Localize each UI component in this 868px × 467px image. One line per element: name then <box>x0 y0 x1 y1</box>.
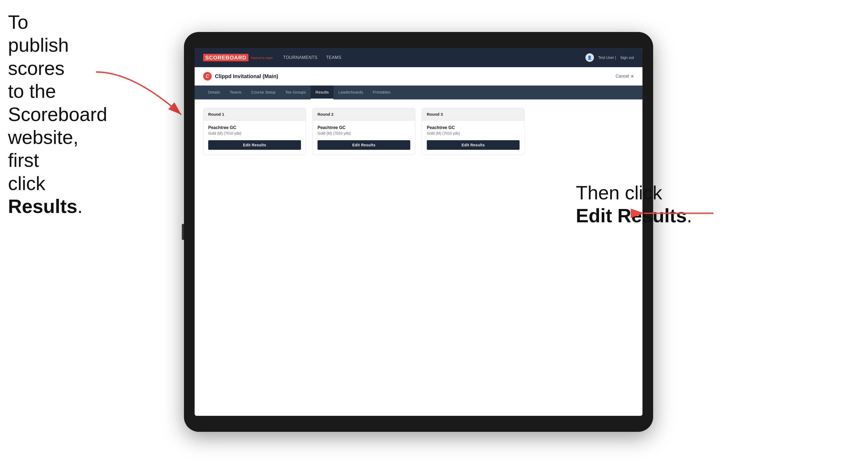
round-3-header: Round 3 <box>422 108 524 121</box>
tab-tee-groups[interactable]: Tee Groups <box>280 86 311 99</box>
sub-tabs: Details Teams Course Setup Tee Groups Re… <box>195 86 643 99</box>
round-1-body: Peachtree GC Gold (M) (7010 yds) Edit Re… <box>204 121 306 155</box>
nav-links: TOURNAMENTS TEAMS <box>283 55 585 60</box>
rounds-grid: Round 1 Peachtree GC Gold (M) (7010 yds)… <box>203 108 634 155</box>
tab-printables[interactable]: Printables <box>368 86 395 99</box>
tournament-name: Clippd Invitational (Main) <box>215 73 278 80</box>
tab-results[interactable]: Results <box>311 86 334 99</box>
round-card-3: Round 3 Peachtree GC Gold (M) (7010 yds)… <box>422 108 525 155</box>
round-1-course-details: Gold (M) (7010 yds) <box>208 131 301 135</box>
main-content: Round 1 Peachtree GC Gold (M) (7010 yds)… <box>195 99 643 416</box>
round-card-2: Round 2 Peachtree GC Gold (M) (7010 yds)… <box>312 108 415 155</box>
round-1-header: Round 1 <box>204 108 306 121</box>
clippd-icon: C <box>203 72 212 81</box>
tab-details[interactable]: Details <box>203 86 225 99</box>
logo-sub: Powered by clippd <box>251 57 273 59</box>
nav-teams[interactable]: TEAMS <box>326 55 341 60</box>
top-nav: SCOREBOARD Powered by clippd TOURNAMENTS… <box>195 48 643 67</box>
tablet-screen: SCOREBOARD Powered by clippd TOURNAMENTS… <box>195 48 643 416</box>
round-3-course-name: Peachtree GC <box>427 125 520 130</box>
arrow-to-edit-results <box>628 197 719 229</box>
edit-results-button-3[interactable]: Edit Results <box>427 140 520 150</box>
sign-out-link[interactable]: Sign out <box>620 56 634 60</box>
round-1-course-name: Peachtree GC <box>208 125 301 130</box>
logo-text: SCOREBOARD <box>205 55 246 60</box>
round-2-body: Peachtree GC Gold (M) (7010 yds) Edit Re… <box>313 121 415 155</box>
round-3-course-details: Gold (M) (7010 yds) <box>427 131 520 135</box>
tab-leaderboards[interactable]: Leaderboards <box>334 86 368 99</box>
round-2-course-details: Gold (M) (7010 yds) <box>317 131 410 135</box>
tab-course-setup[interactable]: Course Setup <box>246 86 280 99</box>
nav-user-text: Test User | <box>598 56 616 60</box>
instruction-left: To publish scores to the Scoreboard webs… <box>8 11 83 218</box>
tournament-title-area: C Clippd Invitational (Main) <box>203 72 278 81</box>
edit-results-button-2[interactable]: Edit Results <box>317 140 410 150</box>
tablet-frame: SCOREBOARD Powered by clippd TOURNAMENTS… <box>184 32 653 432</box>
round-card-1: Round 1 Peachtree GC Gold (M) (7010 yds)… <box>203 108 306 155</box>
cancel-button[interactable]: Cancel ✕ <box>616 74 634 79</box>
nav-right: 👤 Test User | Sign out <box>585 53 634 62</box>
logo-area: SCOREBOARD Powered by clippd <box>203 54 273 61</box>
round-3-body: Peachtree GC Gold (M) (7010 yds) Edit Re… <box>422 121 524 155</box>
tablet-side-button <box>182 224 184 240</box>
tab-teams[interactable]: Teams <box>225 86 246 99</box>
round-2-course-name: Peachtree GC <box>317 125 410 130</box>
edit-results-button-1[interactable]: Edit Results <box>208 140 301 150</box>
close-icon: ✕ <box>630 74 634 79</box>
user-avatar: 👤 <box>585 53 594 62</box>
logo-box: SCOREBOARD <box>203 54 248 61</box>
nav-tournaments[interactable]: TOURNAMENTS <box>283 55 317 60</box>
tournament-header: C Clippd Invitational (Main) Cancel ✕ <box>195 67 643 86</box>
round-2-header: Round 2 <box>313 108 415 121</box>
